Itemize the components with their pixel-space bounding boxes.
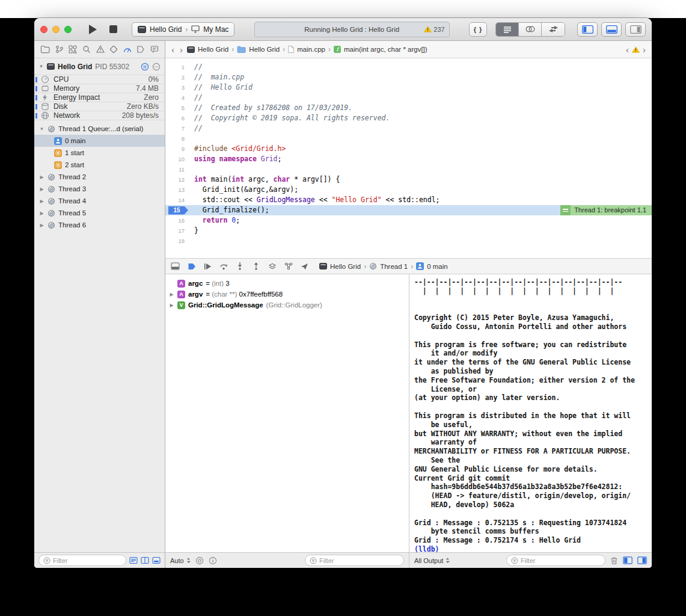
- line-number[interactable]: 5: [165, 103, 189, 113]
- view-by-thread-icon[interactable]: [141, 556, 149, 564]
- line-number[interactable]: 17: [165, 226, 189, 236]
- line-number[interactable]: 7: [165, 123, 189, 134]
- breadcrumb-item[interactable]: Hello Grid: [330, 263, 361, 270]
- toggle-debug-area-button[interactable]: [601, 22, 622, 37]
- gauge-row-disk[interactable]: DiskZero KB/s: [34, 102, 165, 111]
- thread-row[interactable]: ▶Thread 5: [34, 207, 165, 219]
- breadcrumb-item[interactable]: main.cpp: [297, 46, 325, 53]
- variable-row[interactable]: ▶Aargv = (char **) 0x7ffeefbff568: [169, 289, 409, 300]
- code-line[interactable]: 7//: [165, 123, 652, 134]
- navigator-filter-field[interactable]: [38, 555, 126, 566]
- show-variables-pane-icon[interactable]: [623, 556, 632, 564]
- code-line[interactable]: 4//: [165, 93, 652, 103]
- view-by-queue-icon[interactable]: [129, 556, 138, 564]
- thread-row[interactable]: ▶Thread 4: [34, 195, 165, 207]
- navigator-tab-breakpoint-navigator[interactable]: [136, 45, 145, 54]
- next-issue-button[interactable]: ›: [642, 45, 647, 54]
- console-scope-selector[interactable]: All Output: [414, 557, 450, 564]
- code-line[interactable]: 9#include <Grid/Grid.h>: [165, 144, 652, 154]
- disclosure-closed-icon[interactable]: ▶: [39, 211, 44, 216]
- disclosure-open-icon[interactable]: ▼: [39, 126, 44, 132]
- variables-filter-input[interactable]: [319, 557, 399, 564]
- variables-scope-selector[interactable]: Auto: [170, 557, 191, 564]
- source-editor[interactable]: 1//2// main.cpp3// Hello Grid4//5// Crea…: [165, 58, 652, 258]
- navigator-tab-report-navigator[interactable]: [150, 45, 159, 54]
- variable-row[interactable]: Aargc = (int) 3: [169, 278, 409, 289]
- thread-row[interactable]: ▶Thread 2: [34, 171, 165, 183]
- simulate-location-button[interactable]: [301, 263, 308, 270]
- breadcrumb-item[interactable]: Thread 1: [380, 263, 408, 270]
- code-line[interactable]: 12int main(int argc, char * argv[]) {: [165, 174, 652, 185]
- line-number[interactable]: 13: [165, 185, 189, 195]
- code-line[interactable]: 13 Grid_init(&argc,&argv);: [165, 185, 652, 195]
- process-row[interactable]: ▼ Hello Grid PID 55302: [34, 58, 165, 75]
- standard-editor-button[interactable]: [496, 23, 519, 36]
- gauge-row-cpu[interactable]: CPU0%: [34, 75, 165, 84]
- back-button[interactable]: ‹: [170, 45, 176, 54]
- gauge-row-network[interactable]: Network208 bytes/s: [34, 111, 165, 120]
- line-number[interactable]: 1: [165, 62, 189, 72]
- disclosure-closed-icon[interactable]: ▶: [169, 292, 174, 297]
- variables-filter-field[interactable]: [305, 555, 404, 566]
- warning-icon[interactable]: [632, 46, 640, 53]
- run-button[interactable]: [85, 22, 100, 37]
- code-line[interactable]: 1//: [165, 62, 652, 72]
- flagged-variables-icon[interactable]: [195, 556, 204, 565]
- stop-button[interactable]: [105, 22, 121, 37]
- line-number[interactable]: 6: [165, 113, 189, 123]
- line-number[interactable]: 9: [165, 144, 189, 154]
- show-console-pane-icon[interactable]: [637, 556, 647, 564]
- line-number[interactable]: 12: [165, 174, 189, 185]
- line-number[interactable]: 10: [165, 154, 189, 164]
- breadcrumb-item[interactable]: 0 main: [427, 263, 448, 270]
- step-over-button[interactable]: [219, 262, 228, 270]
- minimize-window-button[interactable]: [52, 26, 60, 33]
- code-line[interactable]: 17}: [165, 226, 652, 236]
- navigator-tab-symbol-navigator[interactable]: [69, 45, 77, 54]
- navigator-tab-issue-navigator[interactable]: [96, 45, 105, 54]
- line-number[interactable]: 8: [165, 134, 189, 144]
- step-into-button[interactable]: [236, 262, 244, 270]
- pause-debugger-icon[interactable]: [141, 63, 149, 71]
- code-line[interactable]: 14 std::cout << GridLogMessage << "Hello…: [165, 195, 652, 205]
- line-number[interactable]: 11: [165, 164, 189, 174]
- stack-frame-row[interactable]: 1 start: [34, 147, 165, 159]
- gauge-row-energy-impact[interactable]: Energy ImpactZero: [34, 93, 165, 102]
- gauge-row-memory[interactable]: Memory7.4 MB: [34, 84, 165, 93]
- lldb-prompt[interactable]: (lldb): [414, 545, 647, 552]
- code-line[interactable]: 15 Grid_finalize();Thread 1: breakpoint …: [165, 205, 652, 215]
- debug-view-hierarchy-button[interactable]: [268, 262, 277, 270]
- navigator-tab-source-control-navigator[interactable]: [55, 45, 64, 54]
- breakpoints-enabled-button[interactable]: [188, 263, 196, 270]
- console-output[interactable]: --|--|--|--|--|--|--|--|--|--|--|--|--|-…: [409, 274, 652, 552]
- disclosure-closed-icon[interactable]: ▶: [39, 174, 44, 180]
- step-out-button[interactable]: [252, 262, 260, 270]
- breadcrumb-item[interactable]: Hello Grid: [249, 46, 280, 53]
- breadcrumb-item[interactable]: main(int argc, char * argv[]): [344, 46, 427, 53]
- close-window-button[interactable]: [40, 26, 47, 33]
- code-line[interactable]: 8: [165, 134, 652, 144]
- disclosure-closed-icon[interactable]: ▶: [39, 186, 44, 192]
- stack-frame-row[interactable]: 0 main: [34, 135, 165, 147]
- line-number[interactable]: 2: [165, 72, 189, 82]
- line-number[interactable]: 3: [165, 82, 189, 93]
- disclosure-open-icon[interactable]: ▼: [38, 64, 44, 69]
- code-line[interactable]: 6// Copyright © 2019 sopa. All rights re…: [165, 113, 652, 123]
- continue-button[interactable]: [204, 263, 212, 270]
- code-line[interactable]: 11: [165, 164, 652, 174]
- warning-counter[interactable]: 237: [424, 26, 444, 33]
- console-filter-field[interactable]: [506, 555, 605, 566]
- code-line[interactable]: 5// Created by s1786208 on 17/03/2019.: [165, 103, 652, 113]
- version-editor-button[interactable]: [542, 23, 565, 36]
- disclosure-closed-icon[interactable]: ▶: [39, 223, 44, 228]
- process-info-icon[interactable]: [152, 63, 161, 71]
- breadcrumb-item[interactable]: Hello Grid: [198, 46, 228, 53]
- disclosure-closed-icon[interactable]: ▶: [39, 199, 44, 204]
- line-number[interactable]: 18: [165, 236, 189, 246]
- trash-icon[interactable]: [610, 556, 618, 565]
- navigator-tab-find-navigator[interactable]: [82, 45, 91, 54]
- previous-issue-button[interactable]: ‹: [625, 45, 630, 54]
- disclosure-closed-icon[interactable]: ▶: [169, 303, 174, 308]
- line-number[interactable]: 15: [165, 205, 189, 215]
- hide-debug-area-button[interactable]: [171, 262, 180, 270]
